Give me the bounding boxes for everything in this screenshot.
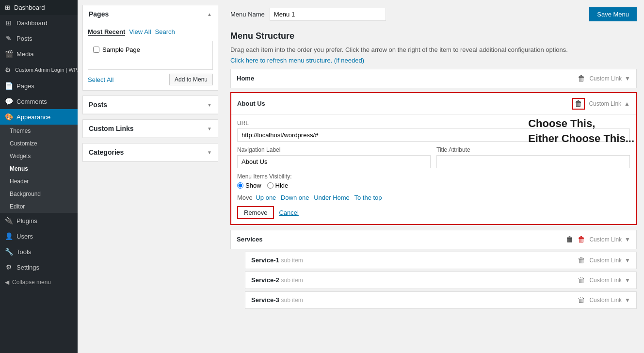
categories-header[interactable]: Categories ▼ bbox=[83, 144, 218, 161]
right-panel: Menu Name Save Menu Menu Structure Drag … bbox=[223, 0, 644, 353]
posts-section-header[interactable]: Posts ▼ bbox=[83, 96, 218, 114]
service1-header[interactable]: Service-1 sub item 🗑 Custom Link ▼ bbox=[245, 252, 636, 269]
menu-help-text: Drag each item into the order you prefer… bbox=[230, 45, 637, 55]
appearance-icon: 🎨 bbox=[5, 113, 13, 121]
show-radio-item: Show bbox=[237, 182, 261, 189]
nav-label-input[interactable] bbox=[237, 155, 431, 168]
service1-expand-button[interactable]: ▼ bbox=[625, 257, 630, 264]
menu-refresh-link[interactable]: Click here to refresh menu structure. (i… bbox=[230, 57, 364, 64]
sidebar-item-custom-admin[interactable]: ⚙ Custom Admin Login | WPZest bbox=[0, 62, 78, 78]
left-panel: Pages ▲ Most Recent View All Search Samp… bbox=[78, 0, 223, 353]
add-to-menu-button[interactable]: Add to Menu bbox=[169, 74, 213, 85]
collapse-icon: ◀ bbox=[5, 279, 9, 286]
sidebar-sub-background[interactable]: Background bbox=[0, 188, 78, 200]
trash-about-us-icon[interactable]: 🗑 bbox=[572, 98, 585, 110]
service3-expand-button[interactable]: ▼ bbox=[625, 297, 630, 304]
title-attr-input[interactable] bbox=[436, 155, 630, 168]
sample-page-checkbox[interactable] bbox=[93, 47, 99, 53]
show-radio[interactable] bbox=[237, 182, 243, 189]
save-menu-button[interactable]: Save Menu bbox=[589, 7, 637, 21]
categories-title: Categories bbox=[89, 148, 124, 156]
services-type-label: Custom Link bbox=[589, 236, 622, 243]
trash-services-red-icon[interactable]: 🗑 bbox=[578, 235, 585, 244]
pages-section-header[interactable]: Pages ▲ bbox=[83, 5, 218, 23]
menu-item-about-us: About Us 🗑 Custom Link ▲ URL Navigation … bbox=[230, 92, 637, 225]
service3-header[interactable]: Service-3 sub item 🗑 Custom Link ▼ bbox=[245, 292, 636, 308]
remove-button[interactable]: Remove bbox=[237, 206, 274, 219]
sidebar-label-comments: Comments bbox=[16, 98, 47, 105]
posts-icon: ✎ bbox=[5, 34, 13, 42]
sidebar-item-settings[interactable]: ⚙ Settings bbox=[0, 259, 78, 275]
sidebar-item-dashboard[interactable]: ⊞ Dashboard bbox=[0, 15, 78, 31]
move-label: Move bbox=[237, 194, 253, 201]
services-expand-button[interactable]: ▼ bbox=[625, 236, 630, 243]
sidebar-item-users[interactable]: 👤 Users bbox=[0, 228, 78, 244]
custom-admin-icon: ⚙ bbox=[5, 65, 11, 74]
menu-name-row: Menu Name Save Menu bbox=[230, 5, 637, 24]
menu-item-services-header[interactable]: Services 🗑 🗑 Custom Link ▼ bbox=[231, 230, 636, 249]
trash-service1-icon[interactable]: 🗑 bbox=[578, 256, 585, 265]
service2-type-label: Custom Link bbox=[589, 277, 622, 284]
sidebar-item-posts[interactable]: ✎ Posts bbox=[0, 31, 78, 46]
move-up-one-link[interactable]: Up one bbox=[256, 194, 276, 201]
move-row: Move Up one Down one Under Home To the t… bbox=[237, 194, 630, 201]
url-label: URL bbox=[237, 120, 630, 127]
sidebar-sub-themes[interactable]: Themes bbox=[0, 125, 78, 137]
action-row: Remove Cancel bbox=[237, 206, 630, 219]
move-to-top-link[interactable]: To the top bbox=[354, 194, 382, 201]
categories-chevron-icon: ▼ bbox=[207, 150, 212, 155]
sidebar-label-dashboard: Dashboard bbox=[16, 19, 48, 27]
trash-service3-icon[interactable]: 🗑 bbox=[578, 296, 585, 305]
sidebar-sub-widgets[interactable]: Widgets bbox=[0, 150, 78, 162]
menu-sub-item-service3: Service-3 sub item 🗑 Custom Link ▼ bbox=[245, 291, 637, 309]
menu-item-services: Services 🗑 🗑 Custom Link ▼ bbox=[230, 230, 637, 249]
sidebar-sub-customize[interactable]: Customize bbox=[0, 137, 78, 150]
tab-most-recent[interactable]: Most Recent bbox=[88, 28, 125, 36]
sidebar-item-tools[interactable]: 🔧 Tools bbox=[0, 244, 78, 259]
trash-service2-icon[interactable]: 🗑 bbox=[578, 276, 585, 285]
menu-name-input[interactable] bbox=[270, 8, 386, 21]
service2-header[interactable]: Service-2 sub item 🗑 Custom Link ▼ bbox=[245, 272, 636, 289]
move-under-home-link[interactable]: Under Home bbox=[314, 194, 350, 201]
trash-home-icon[interactable]: 🗑 bbox=[578, 74, 585, 83]
hide-radio[interactable] bbox=[267, 182, 274, 189]
sidebar-label-users: Users bbox=[16, 233, 33, 240]
tab-search[interactable]: Search bbox=[155, 28, 175, 36]
pages-icon: 📄 bbox=[5, 82, 13, 90]
sample-page-label: Sample Page bbox=[102, 46, 140, 53]
users-icon: 👤 bbox=[5, 232, 13, 240]
sidebar-item-media[interactable]: 🎬 Media bbox=[0, 46, 78, 62]
sidebar-item-appearance[interactable]: 🎨 Appearance bbox=[0, 109, 78, 125]
sidebar-item-plugins[interactable]: 🔌 Plugins bbox=[0, 213, 78, 228]
move-down-one-link[interactable]: Down one bbox=[281, 194, 309, 201]
trash-services-icon[interactable]: 🗑 bbox=[566, 235, 574, 244]
select-all-link[interactable]: Select All bbox=[88, 76, 113, 83]
home-expand-button[interactable]: ▼ bbox=[625, 75, 630, 82]
service2-expand-button[interactable]: ▼ bbox=[625, 277, 630, 284]
content-area: Pages ▲ Most Recent View All Search Samp… bbox=[78, 0, 644, 353]
about-us-expand-button[interactable]: ▲ bbox=[624, 100, 630, 107]
custom-links-header[interactable]: Custom Links ▼ bbox=[83, 120, 218, 138]
url-group: URL bbox=[237, 120, 630, 142]
menu-item-home-header[interactable]: Home 🗑 Custom Link ▼ bbox=[231, 69, 636, 88]
collapse-menu[interactable]: ◀ Collapse menu bbox=[0, 275, 78, 289]
service3-title: Service-3 sub item bbox=[251, 296, 578, 304]
menu-structure-title: Menu Structure bbox=[230, 31, 637, 41]
sidebar-sub-header[interactable]: Header bbox=[0, 175, 78, 188]
show-radio-label: Show bbox=[245, 182, 261, 189]
page-checkbox-sample: Sample Page bbox=[91, 44, 209, 55]
hide-radio-item: Hide bbox=[267, 182, 289, 189]
tab-view-all[interactable]: View All bbox=[129, 28, 151, 36]
sidebar-sub-menus[interactable]: Menus bbox=[0, 162, 78, 175]
site-name: Dashboard bbox=[14, 4, 45, 11]
menu-name-label: Menu Name bbox=[230, 11, 265, 18]
url-input[interactable] bbox=[237, 128, 630, 142]
menu-item-about-us-body: URL Navigation Label Title Attribute bbox=[231, 115, 636, 224]
dashboard-icon: ⊞ bbox=[5, 4, 10, 11]
sidebar-item-pages[interactable]: 📄 Pages bbox=[0, 78, 78, 94]
sidebar-sub-editor[interactable]: Editor bbox=[0, 200, 78, 213]
sidebar-item-comments[interactable]: 💬 Comments bbox=[0, 94, 78, 109]
cancel-link[interactable]: Cancel bbox=[279, 209, 298, 216]
menu-item-about-us-header[interactable]: About Us 🗑 Custom Link ▲ bbox=[231, 93, 636, 115]
service1-sub-text: sub item bbox=[281, 257, 303, 264]
